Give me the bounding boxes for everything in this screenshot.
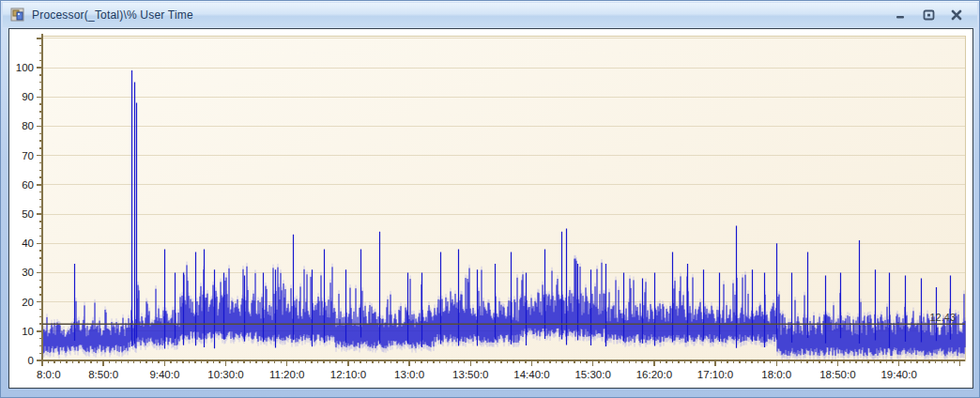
average-label: 12.43: [929, 312, 956, 323]
x-tick-labels: 8:0:08:50:09:40:010:30:011:20:012:10:013…: [37, 369, 917, 380]
svg-text:10:30:0: 10:30:0: [207, 369, 243, 380]
svg-text:19:40:0: 19:40:0: [880, 369, 916, 380]
window-title: Processor(_Total)\% User Time: [32, 8, 193, 22]
chart-panel: 01020304050607080901008:0:08:50:09:40:01…: [8, 28, 973, 389]
svg-text:13:0:0: 13:0:0: [394, 369, 424, 380]
close-icon: [951, 9, 962, 21]
chart-canvas: 01020304050607080901008:0:08:50:09:40:01…: [9, 29, 972, 388]
minimize-button[interactable]: [893, 8, 908, 23]
svg-text:12:10:0: 12:10:0: [330, 369, 366, 380]
svg-text:20: 20: [22, 297, 34, 308]
svg-text:18:50:0: 18:50:0: [819, 369, 855, 380]
window-titlebar[interactable]: Processor(_Total)\% User Time: [3, 3, 977, 27]
close-button[interactable]: [949, 8, 964, 23]
svg-text:14:40:0: 14:40:0: [513, 369, 549, 380]
svg-text:15:30:0: 15:30:0: [574, 369, 610, 380]
svg-text:16:20:0: 16:20:0: [636, 369, 672, 380]
svg-text:10: 10: [22, 326, 34, 337]
svg-text:11:20:0: 11:20:0: [269, 369, 305, 380]
svg-text:90: 90: [22, 91, 34, 102]
app-window: Processor(_Total)\% User Time 0102030405…: [0, 0, 980, 398]
svg-text:17:10:0: 17:10:0: [697, 369, 733, 380]
svg-text:80: 80: [22, 120, 34, 131]
svg-text:8:50:0: 8:50:0: [88, 369, 118, 380]
svg-text:30: 30: [22, 267, 34, 278]
svg-text:0: 0: [28, 355, 34, 366]
svg-text:18:0:0: 18:0:0: [761, 369, 791, 380]
svg-text:40: 40: [22, 237, 34, 249]
y-tick-labels: 0102030405060708090100: [16, 62, 34, 366]
svg-text:9:40:0: 9:40:0: [149, 369, 179, 380]
form-icon: [10, 8, 25, 23]
maximize-button[interactable]: [921, 8, 936, 23]
svg-text:100: 100: [16, 62, 34, 73]
svg-text:50: 50: [22, 208, 34, 220]
svg-text:70: 70: [22, 150, 34, 161]
minimize-icon: [895, 9, 906, 21]
svg-text:8:0:0: 8:0:0: [37, 369, 61, 380]
svg-text:60: 60: [22, 179, 34, 191]
maximize-icon: [923, 9, 935, 21]
svg-text:13:50:0: 13:50:0: [452, 369, 488, 380]
